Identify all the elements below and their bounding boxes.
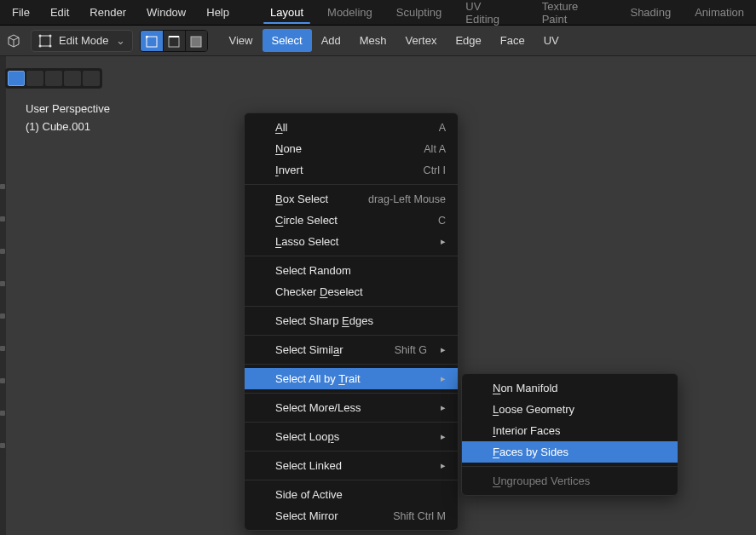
mode-label: Edit Mode	[59, 34, 109, 47]
edge-select-mode[interactable]	[163, 31, 185, 52]
header-menus: ViewSelectAddMeshVertexEdgeFaceUV	[220, 29, 568, 52]
chevron-down-icon: ⌄	[116, 34, 125, 47]
header-toolbar: Edit Mode ⌄ ViewSelectAddMeshVertexEdgeF…	[0, 26, 756, 56]
workspace-tab-texture-paint[interactable]: Texture Paint	[530, 0, 619, 31]
header-menu-uv[interactable]: UV	[534, 29, 568, 52]
workspace-tabs: LayoutModelingSculptingUV EditingTexture…	[258, 0, 756, 26]
submenu-arrow-icon: ▸	[441, 236, 446, 247]
svg-point-2	[49, 34, 52, 37]
svg-point-3	[39, 44, 42, 47]
submenu-arrow-icon: ▸	[441, 402, 446, 413]
submenu-item-non-manifold[interactable]: Non Manifold	[462, 377, 678, 399]
menu-item-side-of-active[interactable]: Side of Active	[245, 484, 458, 505]
menu-render[interactable]: Render	[79, 2, 136, 23]
menu-window[interactable]: Window	[136, 2, 196, 23]
header-menu-mesh[interactable]: Mesh	[350, 29, 396, 52]
select-all-by-trait-submenu: Non ManifoldLoose GeometryInterior Faces…	[461, 373, 678, 496]
workspace-tab-shading[interactable]: Shading	[618, 1, 683, 24]
select-tool-subtract[interactable]	[45, 71, 62, 86]
header-menu-select[interactable]: Select	[263, 29, 312, 52]
menu-item-select-sharp-edges[interactable]: Select Sharp Edges	[245, 310, 458, 331]
edit-mode-icon	[38, 34, 52, 48]
svg-rect-7	[169, 37, 179, 47]
select-tool-intersect[interactable]	[83, 71, 100, 86]
menu-item-select-mirror[interactable]: Select MirrorShift Ctrl M	[245, 505, 458, 526]
menu-item-all[interactable]: AllA	[245, 117, 458, 138]
menu-item-select-similar[interactable]: Select SimilarShift G▸	[245, 339, 458, 360]
menu-help[interactable]: Help	[196, 2, 239, 23]
menu-item-box-select[interactable]: Box Selectdrag-Left Mouse	[245, 188, 458, 210]
menu-item-select-more-less[interactable]: Select More/Less▸	[245, 397, 458, 418]
workspace-tab-uv-editing[interactable]: UV Editing	[453, 0, 529, 31]
editor-type-icon[interactable]	[7, 34, 20, 48]
menu-item-select-all-by-trait[interactable]: Select All by Trait▸	[245, 368, 458, 389]
menu-item-circle-select[interactable]: Circle SelectC	[245, 210, 458, 231]
select-tool-extend[interactable]	[26, 71, 43, 86]
menu-item-select-loops[interactable]: Select Loops▸	[245, 426, 458, 447]
svg-point-4	[49, 44, 52, 47]
menu-item-lasso-select[interactable]: Lasso Select▸	[245, 231, 458, 252]
workspace-tab-modeling[interactable]: Modeling	[315, 1, 384, 24]
header-menu-edge[interactable]: Edge	[446, 29, 490, 52]
menu-item-select-random[interactable]: Select Random	[245, 260, 458, 281]
main-menubar: FileEditRenderWindowHelp LayoutModelingS…	[0, 0, 756, 26]
viewport-overlay-text: User Perspective (1) Cube.001	[26, 101, 110, 136]
face-select-mode[interactable]	[185, 31, 207, 52]
svg-rect-0	[40, 36, 50, 46]
mesh-select-mode-group	[140, 30, 208, 52]
submenu-arrow-icon: ▸	[441, 431, 446, 442]
submenu-item-faces-by-sides[interactable]: Faces by Sides	[462, 441, 678, 463]
select-tool-invert[interactable]	[64, 71, 81, 86]
header-menu-face[interactable]: Face	[491, 29, 534, 52]
menu-item-select-linked[interactable]: Select Linked▸	[245, 455, 458, 476]
tool-settings-select-row	[5, 68, 102, 89]
submenu-arrow-icon: ▸	[441, 344, 446, 355]
select-menu: AllANoneAlt AInvertCtrl IBox Selectdrag-…	[244, 112, 459, 531]
active-object-label: (1) Cube.001	[26, 118, 110, 136]
svg-rect-5	[147, 37, 157, 47]
submenu-arrow-icon: ▸	[441, 373, 446, 384]
toolbar-left-icons	[0, 184, 5, 448]
submenu-item-interior-faces[interactable]: Interior Faces	[462, 420, 678, 441]
workspace-tab-layout[interactable]: Layout	[258, 1, 315, 24]
svg-rect-9	[191, 37, 201, 47]
workspace-tab-sculpting[interactable]: Sculpting	[384, 1, 453, 24]
menu-file[interactable]: File	[2, 2, 40, 23]
workspace-tab-animation[interactable]: Animation	[683, 1, 756, 24]
menu-edit[interactable]: Edit	[40, 2, 79, 23]
submenu-item-loose-geometry[interactable]: Loose Geometry	[462, 399, 678, 420]
header-menu-vertex[interactable]: Vertex	[396, 29, 447, 52]
svg-point-6	[146, 36, 148, 38]
header-menu-add[interactable]: Add	[312, 29, 350, 52]
menu-item-none[interactable]: NoneAlt A	[245, 138, 458, 159]
menu-item-checker-deselect[interactable]: Checker Deselect	[245, 281, 458, 302]
header-menu-view[interactable]: View	[220, 29, 263, 52]
svg-point-1	[39, 34, 42, 37]
menu-item-invert[interactable]: InvertCtrl I	[245, 159, 458, 181]
submenu-item-ungrouped-vertices: Ungrouped Vertices	[462, 470, 678, 492]
perspective-label: User Perspective	[26, 101, 110, 118]
mode-selector[interactable]: Edit Mode ⌄	[31, 30, 133, 52]
vertex-select-mode[interactable]	[141, 31, 163, 52]
viewport-3d[interactable]: User Perspective (1) Cube.001 AllANoneAl…	[0, 56, 756, 535]
select-tool-new[interactable]	[8, 71, 25, 86]
submenu-arrow-icon: ▸	[441, 460, 446, 471]
